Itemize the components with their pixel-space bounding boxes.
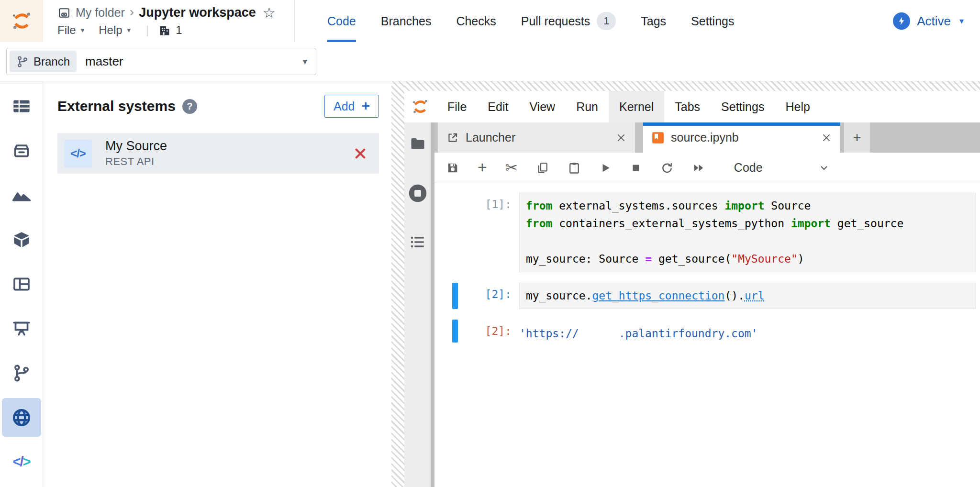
code-token: get_https_connection [592, 289, 724, 302]
top-header: My folder › Jupyter workspace ☆ File ▾ H… [0, 0, 980, 42]
tab-launcher[interactable]: Launcher [438, 122, 635, 153]
code-token: Source [765, 199, 811, 212]
jupyter-menu-view[interactable]: View [519, 91, 566, 122]
cell-collapser[interactable] [452, 193, 458, 272]
folder-icon [57, 6, 71, 20]
source-list-item[interactable]: </> My Source REST API [57, 133, 379, 174]
external-systems-header: External systems ? Add + [57, 95, 379, 118]
new-tab-button[interactable]: + [844, 122, 870, 153]
cell-code-editor[interactable]: from external_systems.sources import Sou… [519, 193, 976, 272]
chevron-down-icon[interactable] [818, 162, 830, 174]
tab-source-ipynb[interactable]: source.ipynb [643, 122, 840, 153]
source-code-icon: </> [64, 140, 92, 167]
close-tab-icon[interactable] [821, 133, 832, 143]
rail-item-presentation-icon[interactable] [2, 309, 41, 348]
add-cell-icon[interactable]: + [478, 159, 487, 175]
foundry-logo-tile[interactable] [0, 0, 43, 42]
rail-item-ontology-cube-icon[interactable] [2, 221, 41, 259]
repo-tab-settings[interactable]: Settings [679, 0, 746, 42]
jupyter-menu-kernel[interactable]: Kernel [609, 91, 664, 122]
app-rail: </> [0, 81, 43, 487]
rail-item-git-branch-icon[interactable] [2, 354, 41, 392]
panel-resize-gutter[interactable] [391, 81, 404, 487]
branch-select[interactable]: Branch master ▾ [6, 48, 316, 75]
notebook-toolbar: + ✂ [434, 153, 980, 183]
page-title: Jupyter workspace [139, 5, 256, 20]
jupyter-foundry-logo-icon [404, 91, 437, 122]
jupyter-menu-edit[interactable]: Edit [477, 91, 519, 122]
notebook-code-cell: [2]:my_source.get_https_connection().url [434, 283, 980, 309]
file-browser-icon[interactable] [409, 135, 426, 152]
jupyter-menu-run[interactable]: Run [566, 91, 609, 122]
paste-cells-icon[interactable] [568, 161, 581, 175]
code-token: get_source( [652, 253, 731, 265]
help-menu[interactable]: Help [99, 23, 122, 37]
organization-count[interactable]: 1 [176, 23, 182, 37]
header-right: Active ▾ [893, 0, 980, 42]
jupyter-body: Launcher source.ipynb + [404, 122, 980, 487]
jupyter-tab-bar: Launcher source.ipynb + [434, 122, 980, 153]
branch-chip-label: Branch [33, 55, 70, 68]
code-token: import [724, 199, 764, 212]
jupyter-menu-settings[interactable]: Settings [711, 91, 775, 122]
app-screen: My folder › Jupyter workspace ☆ File ▾ H… [0, 0, 980, 487]
remove-source-icon[interactable] [354, 147, 367, 160]
environment-status-caret-icon[interactable]: ▾ [959, 16, 964, 26]
restart-run-all-icon[interactable] [692, 161, 705, 175]
copy-cells-icon[interactable] [536, 161, 549, 175]
repo-tab-tags[interactable]: Tags [628, 0, 679, 42]
panel-title: External systems [57, 98, 176, 114]
jupyter-menu-tabs[interactable]: Tabs [664, 91, 711, 122]
rail-item-data-table-icon[interactable] [2, 87, 41, 126]
repo-tab-label: Pull requests [521, 14, 590, 28]
stop-kernel-icon[interactable] [630, 162, 642, 174]
cell-collapser[interactable] [452, 283, 458, 309]
code-token: import [791, 217, 831, 230]
main-area: </> External systems ? Add + </> My Sour… [0, 81, 980, 487]
favorite-star-icon[interactable]: ☆ [263, 6, 276, 20]
jupyter-menu-file[interactable]: File [437, 91, 477, 122]
repo-tab-pull-requests[interactable]: Pull requests1 [509, 0, 629, 42]
tab-label: source.ipynb [671, 131, 814, 144]
rail-item-layout-icon[interactable] [2, 265, 41, 304]
plus-icon: + [361, 99, 370, 113]
code-line: 'https:// .palantirfoundry.com' [519, 325, 980, 343]
rail-item-media-icon[interactable] [2, 176, 41, 215]
repo-tab-checks[interactable]: Checks [444, 0, 508, 42]
repo-tab-code[interactable]: Code [315, 0, 368, 42]
jupyter-top-resize-gutter[interactable] [404, 81, 980, 91]
cell-code-editor[interactable]: my_source.get_https_connection().url [519, 283, 976, 309]
rail-item-external-systems-globe-icon[interactable] [2, 398, 41, 437]
jupyter-sidebar-divider[interactable] [431, 122, 434, 487]
code-token: url [745, 289, 765, 302]
rail-item-inbox-icon[interactable] [2, 132, 41, 170]
jupyter-menu-items: FileEditViewRunKernelTabsSettingsHelp [437, 91, 821, 122]
add-source-button[interactable]: Add + [324, 95, 379, 118]
cell-collapser[interactable] [452, 320, 458, 343]
breadcrumb-block: My folder › Jupyter workspace ☆ File ▾ H… [43, 0, 294, 42]
running-kernels-icon[interactable] [407, 183, 428, 204]
branch-bar: Branch master ▾ [0, 42, 980, 81]
restart-kernel-icon[interactable] [660, 161, 674, 175]
help-icon[interactable]: ? [182, 99, 197, 114]
file-menu[interactable]: File [57, 23, 76, 37]
repo-tab-label: Tags [641, 14, 666, 28]
environment-status-label[interactable]: Active [917, 14, 951, 29]
breadcrumb-parent[interactable]: My folder [76, 6, 125, 20]
notebook-code-cell: [1]:from external_systems.sources import… [434, 193, 980, 272]
cell-prompt: [2]: [458, 283, 519, 309]
table-of-contents-icon[interactable] [409, 233, 426, 251]
code-line: from external_systems.sources import Sou… [526, 197, 971, 215]
cut-cells-icon[interactable]: ✂ [505, 159, 518, 177]
cell-type-select[interactable]: Code [734, 161, 763, 175]
repo-tab-branches[interactable]: Branches [368, 0, 444, 42]
jupyter-menu-help[interactable]: Help [775, 91, 820, 122]
rail-item-code-icon[interactable]: </> [2, 443, 41, 481]
resource-menu-row: File ▾ Help ▾ | 1 [57, 23, 294, 37]
branch-caret-icon: ▾ [302, 56, 307, 67]
cell-prompt: [1]: [458, 193, 519, 272]
save-icon[interactable] [446, 161, 459, 175]
run-cell-icon[interactable] [599, 162, 612, 174]
repo-tabs: CodeBranchesChecksPull requests1TagsSett… [295, 0, 746, 42]
close-tab-icon[interactable] [616, 133, 626, 143]
